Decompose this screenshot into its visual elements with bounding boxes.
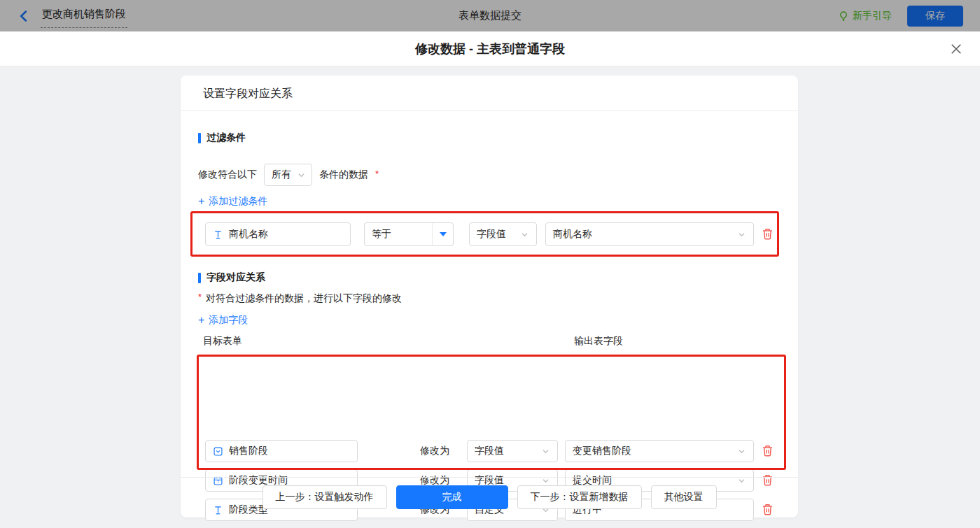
- target-field-value: 销售阶段: [229, 445, 268, 457]
- chevron-down-icon: [541, 447, 550, 456]
- chevron-down-icon: [737, 230, 746, 239]
- beginner-guide-link[interactable]: 新手引导: [838, 10, 892, 22]
- modal-body: 设置字段对应关系 过滤条件 修改符合以下 所有 条件的数据 * +: [0, 67, 980, 528]
- mapping-section-title: 字段对应关系: [198, 271, 265, 284]
- condition-field-value: 商机名称: [229, 228, 268, 241]
- other-settings-button[interactable]: 其他设置: [651, 485, 717, 509]
- output-field-value: 变更销售阶段: [573, 445, 631, 457]
- card-title: 设置字段对应关系: [203, 87, 293, 101]
- target-form-column-label: 目标表单: [203, 335, 242, 348]
- mapping-row: 销售阶段 修改为 字段值 变更销售阶段: [197, 440, 786, 462]
- condition-value-select[interactable]: 商机名称: [545, 222, 754, 246]
- page-title: 表单数据提交: [0, 9, 980, 22]
- text-field-icon: [213, 229, 223, 240]
- section-bar: [198, 273, 201, 283]
- mapping-description: * 对符合过滤条件的数据，进行以下字段的修改: [198, 292, 402, 305]
- save-button[interactable]: 保存: [907, 6, 963, 27]
- mapping-description-text: 对符合过滤条件的数据，进行以下字段的修改: [206, 292, 402, 305]
- value-type: 字段值: [475, 445, 504, 457]
- topbar-right: 新手引导 保存: [838, 6, 963, 27]
- modal-header: 修改数据 - 主表到普通字段: [0, 31, 980, 66]
- footer-actions: 上一步：设置触发动作 完成 下一步：设置新增数据 其他设置: [181, 485, 798, 509]
- delete-condition-icon[interactable]: [761, 227, 775, 241]
- required-mark: *: [198, 292, 202, 302]
- settings-card: 设置字段对应关系 过滤条件 修改符合以下 所有 条件的数据 * +: [181, 76, 798, 518]
- plus-icon: +: [198, 315, 204, 326]
- beginner-guide-label: 新手引导: [853, 10, 892, 22]
- modal-title: 修改数据 - 主表到普通字段: [415, 41, 565, 57]
- condition-operator-select[interactable]: 等于: [364, 222, 454, 246]
- mapping-section-label: 字段对应关系: [206, 271, 265, 284]
- close-icon[interactable]: [949, 42, 963, 56]
- required-mark: *: [375, 169, 379, 179]
- condition-operator-value: 等于: [372, 228, 391, 241]
- screen: 更改商机销售阶段 表单数据提交 新手引导 保存 修改数据 - 主表到普通字段 设…: [0, 0, 980, 528]
- condition-value-type-select[interactable]: 字段值: [469, 222, 537, 246]
- topbar: 更改商机销售阶段 表单数据提交 新手引导 保存: [0, 0, 980, 31]
- chevron-down-icon: [737, 447, 746, 456]
- value-type-select[interactable]: 字段值: [467, 440, 558, 462]
- condition-value: 商机名称: [553, 228, 592, 241]
- filter-section-label: 过滤条件: [206, 131, 246, 144]
- add-filter-condition-link[interactable]: + 添加过滤条件: [198, 195, 267, 208]
- output-field-column-label: 输出表字段: [574, 335, 623, 348]
- add-field-link[interactable]: + 添加字段: [198, 314, 248, 327]
- lightbulb-icon: [838, 10, 849, 22]
- prev-step-button[interactable]: 上一步：设置触发动作: [262, 485, 387, 509]
- modify-to-label: 修改为: [420, 445, 449, 457]
- add-filter-condition-label: 添加过滤条件: [209, 195, 267, 208]
- divider: [181, 477, 798, 478]
- match-prefix-label: 修改符合以下: [198, 169, 257, 181]
- select-field-icon: [213, 446, 223, 457]
- filter-section-title: 过滤条件: [198, 131, 246, 144]
- caret-down-icon: [440, 232, 447, 236]
- match-mode-select[interactable]: 所有: [264, 164, 312, 186]
- target-field-input[interactable]: 销售阶段: [205, 440, 358, 462]
- condition-value-type: 字段值: [477, 228, 506, 241]
- caret-zone: [432, 223, 453, 245]
- divider: [181, 110, 798, 111]
- condition-field-input[interactable]: 商机名称: [205, 222, 351, 246]
- next-step-button[interactable]: 下一步：设置新增数据: [517, 485, 642, 509]
- chevron-down-icon: [520, 230, 529, 239]
- add-field-label: 添加字段: [209, 314, 248, 327]
- match-suffix-label: 条件的数据: [319, 169, 368, 181]
- svg-text:7: 7: [217, 480, 219, 484]
- finish-button[interactable]: 完成: [396, 485, 508, 509]
- output-field-select[interactable]: 变更销售阶段: [565, 440, 754, 462]
- section-bar: [198, 133, 201, 143]
- chevron-down-icon: [297, 171, 306, 180]
- delete-row-icon[interactable]: [761, 444, 775, 458]
- match-condition-line: 修改符合以下 所有 条件的数据 *: [198, 164, 379, 186]
- match-mode-value: 所有: [272, 169, 291, 181]
- plus-icon: +: [198, 196, 204, 207]
